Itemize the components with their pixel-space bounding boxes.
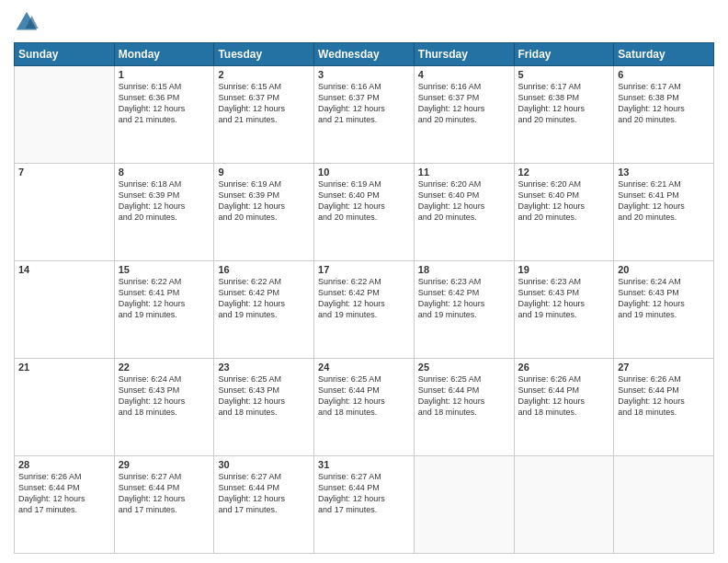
calendar-cell: 24Sunrise: 6:25 AM Sunset: 6:44 PM Dayli… [314,359,415,456]
logo [14,9,43,35]
day-header-saturday: Saturday [614,43,714,66]
day-number: 7 [18,167,110,178]
day-number: 2 [218,69,310,80]
day-info: Sunrise: 6:23 AM Sunset: 6:42 PM Dayligh… [418,276,510,321]
day-number: 23 [218,362,310,373]
day-number: 26 [518,362,610,373]
day-header-monday: Monday [114,43,214,66]
calendar-cell: 25Sunrise: 6:25 AM Sunset: 6:44 PM Dayli… [414,359,514,456]
day-number: 25 [418,362,510,373]
day-info: Sunrise: 6:15 AM Sunset: 6:37 PM Dayligh… [218,81,310,126]
day-number: 4 [418,69,510,80]
calendar-cell: 18Sunrise: 6:23 AM Sunset: 6:42 PM Dayli… [414,261,514,359]
day-number: 13 [618,167,710,178]
day-number: 28 [18,459,110,470]
day-number: 1 [119,69,210,80]
day-info: Sunrise: 6:22 AM Sunset: 6:42 PM Dayligh… [218,276,310,321]
calendar-cell [414,456,514,554]
calendar-cell: 15Sunrise: 6:22 AM Sunset: 6:41 PM Dayli… [114,261,214,359]
day-info: Sunrise: 6:20 AM Sunset: 6:40 PM Dayligh… [518,178,610,224]
calendar-cell: 21 [15,359,115,456]
day-info: Sunrise: 6:22 AM Sunset: 6:41 PM Dayligh… [119,276,210,321]
day-header-tuesday: Tuesday [214,43,314,66]
calendar-cell: 2Sunrise: 6:15 AM Sunset: 6:37 PM Daylig… [214,66,314,164]
calendar-cell: 10Sunrise: 6:19 AM Sunset: 6:40 PM Dayli… [314,164,415,261]
day-info: Sunrise: 6:22 AM Sunset: 6:42 PM Dayligh… [318,276,410,321]
day-number: 19 [518,264,610,275]
day-number: 18 [418,264,510,275]
day-info: Sunrise: 6:19 AM Sunset: 6:40 PM Dayligh… [318,178,410,224]
day-number: 17 [318,264,410,275]
calendar-cell: 12Sunrise: 6:20 AM Sunset: 6:40 PM Dayli… [514,164,614,261]
day-header-wednesday: Wednesday [314,43,415,66]
calendar-cell [514,456,614,554]
day-number: 27 [618,362,710,373]
day-number: 9 [218,167,310,178]
calendar-cell: 8Sunrise: 6:18 AM Sunset: 6:39 PM Daylig… [114,164,214,261]
day-info: Sunrise: 6:17 AM Sunset: 6:38 PM Dayligh… [618,81,710,126]
calendar-cell: 27Sunrise: 6:26 AM Sunset: 6:44 PM Dayli… [614,359,714,456]
day-info: Sunrise: 6:26 AM Sunset: 6:44 PM Dayligh… [18,471,110,516]
day-info: Sunrise: 6:25 AM Sunset: 6:43 PM Dayligh… [218,373,310,419]
day-number: 14 [18,264,110,275]
calendar-cell: 30Sunrise: 6:27 AM Sunset: 6:44 PM Dayli… [214,456,314,554]
day-number: 16 [218,264,310,275]
day-header-sunday: Sunday [15,43,115,66]
calendar-cell: 16Sunrise: 6:22 AM Sunset: 6:42 PM Dayli… [214,261,314,359]
calendar-cell: 4Sunrise: 6:16 AM Sunset: 6:37 PM Daylig… [414,66,514,164]
day-number: 31 [318,459,410,470]
calendar-cell: 6Sunrise: 6:17 AM Sunset: 6:38 PM Daylig… [614,66,714,164]
day-number: 11 [418,167,510,178]
day-info: Sunrise: 6:27 AM Sunset: 6:44 PM Dayligh… [218,471,310,516]
day-number: 30 [218,459,310,470]
calendar-cell: 17Sunrise: 6:22 AM Sunset: 6:42 PM Dayli… [314,261,415,359]
day-number: 10 [318,167,410,178]
calendar-cell: 20Sunrise: 6:24 AM Sunset: 6:43 PM Dayli… [614,261,714,359]
calendar-cell: 11Sunrise: 6:20 AM Sunset: 6:40 PM Dayli… [414,164,514,261]
day-header-thursday: Thursday [414,43,514,66]
day-number: 5 [518,69,610,80]
day-info: Sunrise: 6:27 AM Sunset: 6:44 PM Dayligh… [318,471,410,516]
day-info: Sunrise: 6:20 AM Sunset: 6:40 PM Dayligh… [418,178,510,224]
calendar-cell: 1Sunrise: 6:15 AM Sunset: 6:36 PM Daylig… [114,66,214,164]
calendar-cell: 3Sunrise: 6:16 AM Sunset: 6:37 PM Daylig… [314,66,415,164]
day-number: 29 [119,459,210,470]
day-number: 6 [618,69,710,80]
calendar-cell: 22Sunrise: 6:24 AM Sunset: 6:43 PM Dayli… [114,359,214,456]
day-number: 12 [518,167,610,178]
day-number: 21 [18,362,110,373]
day-info: Sunrise: 6:15 AM Sunset: 6:36 PM Dayligh… [119,81,210,126]
day-info: Sunrise: 6:24 AM Sunset: 6:43 PM Dayligh… [119,373,210,419]
day-number: 3 [318,69,410,80]
day-number: 15 [119,264,210,275]
day-header-friday: Friday [514,43,614,66]
calendar-cell: 7 [15,164,115,261]
day-info: Sunrise: 6:27 AM Sunset: 6:44 PM Dayligh… [119,471,210,516]
calendar-cell: 26Sunrise: 6:26 AM Sunset: 6:44 PM Dayli… [514,359,614,456]
day-number: 8 [119,167,210,178]
calendar-cell: 5Sunrise: 6:17 AM Sunset: 6:38 PM Daylig… [514,66,614,164]
day-info: Sunrise: 6:25 AM Sunset: 6:44 PM Dayligh… [418,373,510,419]
day-info: Sunrise: 6:25 AM Sunset: 6:44 PM Dayligh… [318,373,410,419]
day-info: Sunrise: 6:18 AM Sunset: 6:39 PM Dayligh… [119,178,210,224]
calendar-cell: 19Sunrise: 6:23 AM Sunset: 6:43 PM Dayli… [514,261,614,359]
day-info: Sunrise: 6:26 AM Sunset: 6:44 PM Dayligh… [518,373,610,419]
day-info: Sunrise: 6:19 AM Sunset: 6:39 PM Dayligh… [218,178,310,224]
day-info: Sunrise: 6:23 AM Sunset: 6:43 PM Dayligh… [518,276,610,321]
calendar-cell: 28Sunrise: 6:26 AM Sunset: 6:44 PM Dayli… [15,456,115,554]
day-number: 22 [119,362,210,373]
calendar-cell: 9Sunrise: 6:19 AM Sunset: 6:39 PM Daylig… [214,164,314,261]
generalblue-logo-icon [14,9,40,35]
day-info: Sunrise: 6:21 AM Sunset: 6:41 PM Dayligh… [618,178,710,224]
day-info: Sunrise: 6:16 AM Sunset: 6:37 PM Dayligh… [418,81,510,126]
calendar-table: SundayMondayTuesdayWednesdayThursdayFrid… [14,42,714,554]
day-info: Sunrise: 6:24 AM Sunset: 6:43 PM Dayligh… [618,276,710,321]
day-info: Sunrise: 6:16 AM Sunset: 6:37 PM Dayligh… [318,81,410,126]
calendar-cell: 31Sunrise: 6:27 AM Sunset: 6:44 PM Dayli… [314,456,415,554]
calendar-cell [614,456,714,554]
day-number: 20 [618,264,710,275]
day-info: Sunrise: 6:17 AM Sunset: 6:38 PM Dayligh… [518,81,610,126]
day-info: Sunrise: 6:26 AM Sunset: 6:44 PM Dayligh… [618,373,710,419]
calendar-cell: 13Sunrise: 6:21 AM Sunset: 6:41 PM Dayli… [614,164,714,261]
calendar-cell: 14 [15,261,115,359]
